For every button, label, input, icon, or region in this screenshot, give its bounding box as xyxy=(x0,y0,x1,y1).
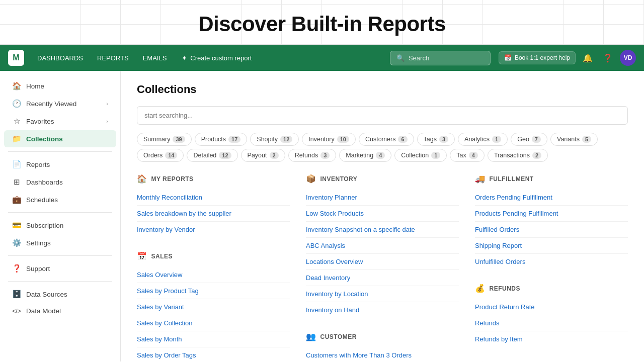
report-sales-by-collection[interactable]: Sales by Collection xyxy=(137,315,290,331)
clock-icon: 🕐 xyxy=(12,99,21,108)
report-monthly-reconciliation[interactable]: Monthly Reconciliation xyxy=(137,190,290,206)
sidebar-item-support[interactable]: ❓ Support xyxy=(4,260,116,277)
filter-tab-orders[interactable]: Orders 14 xyxy=(137,149,184,162)
report-refunds[interactable]: Refunds xyxy=(475,315,628,331)
folder-icon: 📁 xyxy=(12,134,21,143)
sidebar-item-label: Reports xyxy=(26,161,50,168)
database-icon: 🗄️ xyxy=(12,290,21,299)
sidebar-item-home[interactable]: 🏠 Home xyxy=(4,77,116,95)
sidebar-item-dashboards[interactable]: ⊞ Dashboards xyxy=(4,173,116,191)
report-locations-overview[interactable]: Locations Overview xyxy=(306,254,459,270)
filter-tab-payout[interactable]: Payout 2 xyxy=(241,149,285,162)
filter-tab-summary[interactable]: Summary 39 xyxy=(137,133,192,146)
sidebar-item-subscription[interactable]: 💳 Subscription xyxy=(4,217,116,234)
calendar-icon: 📅 xyxy=(504,54,512,61)
filter-tab-marketing[interactable]: Marketing 4 xyxy=(339,149,391,162)
sidebar-item-recently-viewed[interactable]: 🕐 Recently Viewed › xyxy=(4,95,116,112)
nav-item-emails[interactable]: EMAILS xyxy=(138,51,172,65)
sidebar-item-label: Data Model xyxy=(26,307,61,315)
page-title: Collections xyxy=(137,83,628,96)
report-unfulfilled-orders[interactable]: Unfulfilled Orders xyxy=(475,254,628,269)
subscription-icon: 💳 xyxy=(12,221,21,230)
report-products-pending-fulfillment[interactable]: Products Pending Fulfillment xyxy=(475,206,628,222)
expert-help-button[interactable]: 📅 Book 1:1 expert help xyxy=(499,51,576,64)
filter-tab-shopify[interactable]: Shopify 12 xyxy=(250,133,299,146)
report-inventory-planner[interactable]: Inventory Planner xyxy=(306,190,459,206)
filter-tab-products[interactable]: Products 17 xyxy=(195,133,248,146)
hero-title: Discover Built-in Reports xyxy=(0,12,644,36)
support-icon: ❓ xyxy=(12,264,21,273)
filter-tab-analytics[interactable]: Analytics 1 xyxy=(458,133,508,146)
filter-tab-tax[interactable]: Tax 4 xyxy=(450,149,485,162)
filter-tab-refunds[interactable]: Refunds 3 xyxy=(288,149,337,162)
reports-grid: 🏠 MY REPORTS Monthly Reconciliation Sale… xyxy=(137,174,628,361)
filter-tab-transactions[interactable]: Transactions 2 xyxy=(488,149,548,162)
sidebar-item-label: Subscription xyxy=(26,222,63,229)
chevron-right-icon: › xyxy=(106,118,108,124)
report-inventory-by-vendor[interactable]: Inventory by Vendor xyxy=(137,222,290,237)
sidebar-item-data-model[interactable]: </> Data Model xyxy=(4,303,116,319)
filter-tab-inventory[interactable]: Inventory 10 xyxy=(302,133,356,146)
sidebar-item-label: Home xyxy=(26,82,44,90)
filter-tab-geo[interactable]: Geo 7 xyxy=(511,133,547,146)
collections-search-input[interactable] xyxy=(137,106,628,125)
report-product-return-rate[interactable]: Product Return Rate xyxy=(475,299,628,315)
sidebar-item-collections[interactable]: 📁 Collections xyxy=(4,130,116,147)
section-inventory: 📦 INVENTORY Inventory Planner Low Stock … xyxy=(306,174,459,318)
report-sales-by-month[interactable]: Sales by Month xyxy=(137,331,290,347)
user-avatar[interactable]: VD xyxy=(620,50,636,66)
report-fulfilled-orders[interactable]: Fulfilled Orders xyxy=(475,222,628,238)
report-sales-overview[interactable]: Sales Overview xyxy=(137,267,290,283)
notifications-button[interactable]: 🔔 xyxy=(580,50,596,66)
sidebar-item-schedules[interactable]: 💼 Schedules xyxy=(4,191,116,208)
report-refunds-by-item[interactable]: Refunds by Item xyxy=(475,331,628,347)
nav-search[interactable]: 🔍 Search xyxy=(390,51,491,65)
home-icon: 🏠 xyxy=(12,81,21,90)
section-header-inventory: 📦 INVENTORY xyxy=(306,174,459,184)
report-sales-by-variant[interactable]: Sales by Variant xyxy=(137,299,290,315)
filter-tab-customers[interactable]: Customers 6 xyxy=(359,133,414,146)
help-button[interactable]: ❓ xyxy=(600,50,616,66)
report-inventory-snapshot[interactable]: Inventory Snapshot on a specific date xyxy=(306,222,459,238)
top-nav: M DASHBOARDS REPORTS EMAILS ✦ Create cus… xyxy=(0,45,644,71)
schedules-icon: 💼 xyxy=(12,195,21,204)
report-sales-by-order-tags[interactable]: Sales by Order Tags xyxy=(137,347,290,361)
create-custom-report-button[interactable]: ✦ Create custom report xyxy=(176,51,258,65)
report-abc-analysis[interactable]: ABC Analysis xyxy=(306,238,459,254)
report-orders-pending-fulfillment[interactable]: Orders Pending Fulfillment xyxy=(475,190,628,206)
filter-tab-detailed[interactable]: Detailed 12 xyxy=(187,149,237,162)
filter-tab-tags[interactable]: Tags 3 xyxy=(417,133,455,146)
report-inventory-on-hand[interactable]: Inventory on Hand xyxy=(306,302,459,318)
sidebar-item-label: Dashboards xyxy=(26,178,63,186)
section-header-refunds: 💰 REFUNDS xyxy=(475,284,628,293)
sidebar-item-favorites[interactable]: ☆ Favorites › xyxy=(4,113,116,130)
report-sales-by-product-tag[interactable]: Sales by Product Tag xyxy=(137,283,290,299)
inventory-icon: 📦 xyxy=(306,174,316,184)
report-customers-3-orders[interactable]: Customers with More Than 3 Orders xyxy=(306,347,459,361)
filter-tab-collection[interactable]: Collection 1 xyxy=(394,149,447,162)
section-payouts: 💰 PAYOUTS Payouts xyxy=(475,361,628,361)
section-header-customer: 👥 CUSTOMER xyxy=(306,332,459,341)
refunds-icon: 💰 xyxy=(475,284,486,293)
my-reports-icon: 🏠 xyxy=(137,174,147,184)
report-dead-inventory[interactable]: Dead Inventory xyxy=(306,270,459,286)
sidebar-item-data-sources[interactable]: 🗄️ Data Sources xyxy=(4,286,116,303)
payouts-icon: 💰 xyxy=(475,361,486,361)
report-inventory-by-location[interactable]: Inventory by Location xyxy=(306,286,459,302)
code-icon: </> xyxy=(12,308,21,315)
main-content: Collections Summary 39 Products 17 Shopi… xyxy=(121,71,644,361)
section-header-sales: 📅 SALES xyxy=(137,251,290,261)
sidebar-divider-3 xyxy=(8,255,112,256)
nav-logo[interactable]: M xyxy=(8,50,24,66)
nav-item-dashboards[interactable]: DASHBOARDS xyxy=(32,51,88,65)
sidebar-item-settings[interactable]: ⚙️ Settings xyxy=(4,234,116,251)
report-low-stock-products[interactable]: Low Stock Products xyxy=(306,206,459,222)
nav-actions: 📅 Book 1:1 expert help 🔔 ❓ VD xyxy=(499,50,636,66)
filter-tab-variants[interactable]: Variants 5 xyxy=(550,133,598,146)
column-2: 📦 INVENTORY Inventory Planner Low Stock … xyxy=(306,174,459,361)
report-sales-breakdown-supplier[interactable]: Sales breakdown by the supplier xyxy=(137,206,290,222)
section-sales: 📅 SALES Sales Overview Sales by Product … xyxy=(137,251,290,361)
nav-item-reports[interactable]: REPORTS xyxy=(92,51,134,65)
sidebar-item-reports[interactable]: 📄 Reports xyxy=(4,156,116,173)
report-shipping-report[interactable]: Shipping Report xyxy=(475,238,628,254)
